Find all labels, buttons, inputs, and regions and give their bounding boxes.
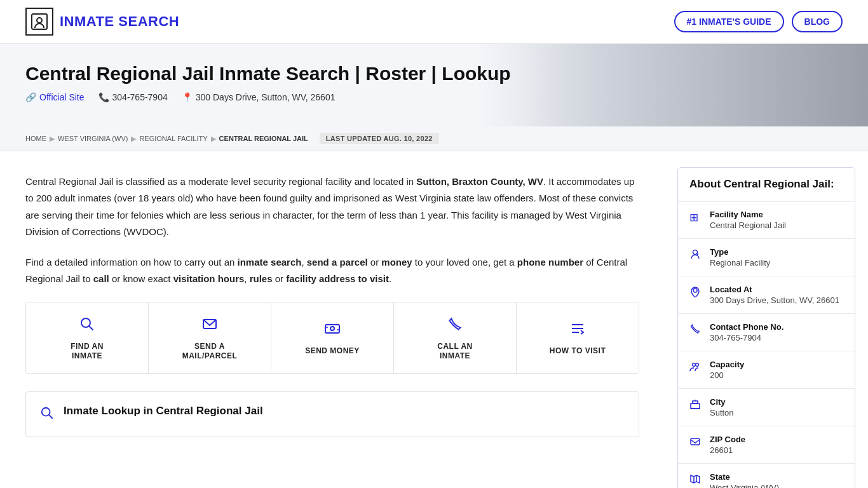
located-at-label: Located At [710, 285, 839, 294]
zip-value: 26601 [710, 445, 745, 455]
sidebar-row-located-at: Located At 300 Days Drive, Sutton, WV, 2… [678, 276, 855, 314]
phone-number: 304-765-7904 [112, 92, 168, 102]
address-text: 300 Days Drive, Sutton, WV, 26601 [196, 92, 336, 102]
svg-point-18 [696, 363, 699, 367]
located-at-value: 300 Days Drive, Sutton, WV, 26601 [710, 295, 839, 305]
type-value: Regional Facility [710, 258, 770, 268]
visit-icon [570, 321, 585, 340]
state-value: West Virginia (WV) [710, 483, 779, 488]
capacity-icon [689, 361, 702, 376]
svg-rect-0 [32, 14, 47, 29]
zip-label: ZIP Code [710, 435, 745, 444]
phone-value-sidebar: 304-765-7904 [710, 333, 783, 342]
header: INMATE SEARCH #1 INMATE'S GUIDE BLOG [0, 0, 868, 44]
type-icon [689, 248, 702, 263]
breadcrumb-current: CENTRAL REGIONAL JAIL [219, 135, 308, 142]
city-icon [689, 398, 702, 413]
facility-name-value: Central Regional Jail [710, 220, 786, 230]
svg-point-6 [330, 327, 334, 330]
intro-paragraph: Central Regional Jail is classified as a… [25, 173, 639, 240]
action-card-send-money[interactable]: SEND MONEY [271, 302, 394, 373]
action-label-call: CALL ANINMATE [437, 342, 473, 362]
mail-icon [202, 316, 217, 336]
sidebar-row-capacity: Capacity 200 [678, 351, 855, 389]
bold-rules: rules [250, 273, 273, 284]
action-card-call-inmate[interactable]: CALL ANINMATE [394, 302, 517, 373]
location-icon: 📍 [182, 92, 193, 102]
svg-rect-20 [693, 401, 698, 403]
bold-inmate-search: inmate search [238, 257, 302, 268]
phone-icon-sidebar [689, 323, 702, 338]
capacity-value: 200 [710, 370, 744, 380]
bold-money: money [381, 257, 412, 268]
sidebar: About Central Regional Jail: ⊞ Facility … [665, 151, 868, 488]
sidebar-row-city: City Sutton [678, 389, 855, 426]
hero-banner: Central Regional Jail Inmate Search | Ro… [0, 44, 868, 126]
main-layout: Central Regional Jail is classified as a… [0, 151, 868, 488]
sidebar-row-state: State West Virginia (WV) [678, 464, 855, 488]
svg-marker-24 [691, 475, 700, 483]
lookup-title: Inmate Lookup in Central Regional Jail [64, 405, 263, 417]
lookup-search-icon [40, 406, 54, 424]
bold-phone-number: phone number [517, 257, 583, 268]
content-area: Central Regional Jail is classified as a… [0, 151, 665, 488]
action-card-find-inmate[interactable]: FIND ANINMATE [26, 302, 149, 373]
action-label-find: FIND ANINMATE [71, 342, 104, 362]
logo-icon [25, 8, 53, 36]
sidebar-row-zip: ZIP Code 26601 [678, 426, 855, 464]
map-icon [689, 473, 702, 488]
nav-guide-button[interactable]: #1 INMATE'S GUIDE [674, 11, 784, 32]
info-paragraph: Find a detailed information on how to ca… [25, 254, 639, 288]
sidebar-card: About Central Regional Jail: ⊞ Facility … [677, 167, 855, 488]
svg-rect-19 [691, 403, 700, 409]
action-card-send-mail[interactable]: SEND AMAIL/PARCEL [149, 302, 271, 373]
svg-line-3 [90, 326, 93, 330]
svg-rect-23 [691, 438, 700, 445]
sidebar-header: About Central Regional Jail: [678, 168, 855, 201]
official-site-label[interactable]: Official Site [39, 92, 85, 102]
svg-point-16 [693, 288, 697, 292]
city-value: Sutton [710, 408, 734, 417]
official-site-link[interactable]: 🔗 Official Site [25, 92, 85, 102]
bold-send-parcel: send a parcel [307, 257, 368, 268]
svg-rect-5 [325, 325, 339, 333]
svg-point-14 [693, 250, 698, 255]
sep1: ▶ [50, 135, 55, 143]
zip-icon [689, 436, 702, 451]
action-cards: FIND ANINMATE SEND AMAIL/PARCEL SEND MON… [25, 302, 639, 374]
nav-blog-button[interactable]: BLOG [792, 11, 843, 32]
phone-label-sidebar: Contact Phone No. [710, 322, 783, 332]
last-updated-badge: LAST UPDATED AUG. 10, 2022 [320, 133, 439, 144]
lookup-section: Inmate Lookup in Central Regional Jail [25, 391, 639, 437]
breadcrumb-type[interactable]: REGIONAL FACILITY [139, 135, 207, 142]
logo-link[interactable]: INMATE SEARCH [25, 8, 179, 36]
header-nav: #1 INMATE'S GUIDE BLOG [674, 11, 843, 32]
svg-point-1 [37, 18, 42, 23]
hero-meta: 🔗 Official Site 📞 304-765-7904 📍 300 Day… [25, 92, 843, 102]
action-label-visit: HOW TO VISIT [550, 346, 606, 356]
sidebar-row-type: Type Regional Facility [678, 239, 855, 276]
capacity-label: Capacity [710, 360, 744, 369]
grid-icon: ⊞ [689, 211, 702, 224]
page-title: Central Regional Jail Inmate Search | Ro… [25, 63, 843, 85]
money-icon [325, 321, 340, 340]
bold-facility-address: facility address to visit [286, 273, 389, 284]
sep3: ▶ [211, 135, 216, 143]
action-label-money: SEND MONEY [305, 346, 360, 356]
search-icon [79, 316, 95, 336]
city-label: City [710, 397, 734, 407]
address-meta: 📍 300 Days Drive, Sutton, WV, 26601 [182, 92, 336, 102]
state-label: State [710, 472, 779, 482]
sidebar-row-facility-name: ⊞ Facility Name Central Regional Jail [678, 201, 855, 239]
breadcrumb: HOME ▶ WEST VIRGINIA (WV) ▶ REGIONAL FAC… [0, 126, 868, 151]
phone-meta: 📞 304-765-7904 [98, 92, 168, 102]
breadcrumb-state[interactable]: WEST VIRGINIA (WV) [58, 135, 128, 142]
facility-name-label: Facility Name [710, 210, 786, 219]
hero-background [477, 44, 868, 126]
breadcrumb-home[interactable]: HOME [25, 135, 46, 142]
action-card-visit[interactable]: HOW TO VISIT [517, 302, 639, 373]
sidebar-row-phone: Contact Phone No. 304-765-7904 [678, 314, 855, 351]
svg-line-13 [49, 415, 52, 418]
link-icon: 🔗 [25, 92, 36, 102]
type-label: Type [710, 247, 770, 257]
